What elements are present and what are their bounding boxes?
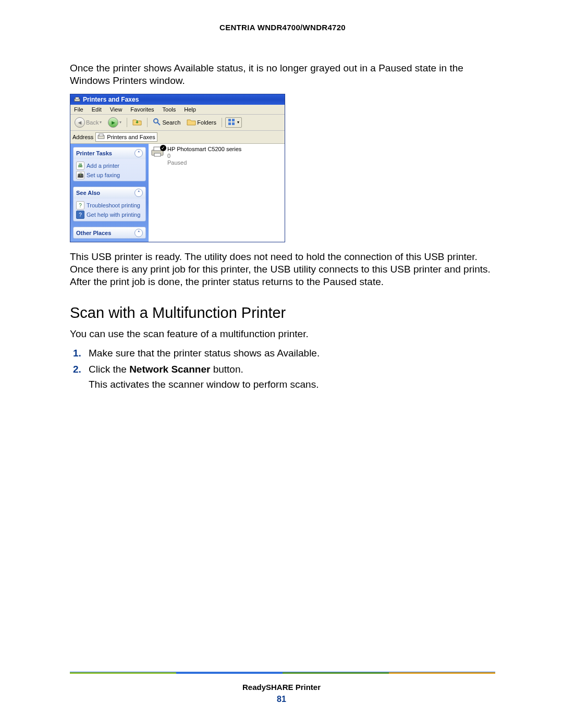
printer-item[interactable]: ✓ HP Photosmart C5200 series 0 Paused [151,146,283,167]
troubleshoot-link[interactable]: ? Troubleshoot printing [76,201,143,210]
troubleshoot-label: Troubleshoot printing [87,202,140,208]
up-button[interactable] [130,117,144,128]
side-panel-body-seealso: ? Troubleshoot printing ? Get help with … [74,199,145,221]
step-1-number: 1. [73,347,81,360]
xp-title-text: Printers and Faxes [83,96,139,103]
search-label: Search [162,119,180,126]
menu-view[interactable]: View [108,106,124,113]
footer-page-number: 81 [0,695,563,704]
expand-icon: ˄ [134,229,143,237]
svg-rect-4 [228,119,231,121]
menu-help[interactable]: Help [182,106,198,113]
side-panel-other-places: Other Places ˄ [73,227,146,239]
forward-icon: ► [108,117,118,128]
help-icon-2: ? [76,211,84,219]
toolbar-separator-2 [147,118,148,127]
printer-titlebar-icon [74,96,81,103]
step-1-text: Make sure that the printer status shows … [89,348,320,359]
back-button[interactable]: ◄ Back ▾ [72,116,104,129]
steps-list: 1. Make sure that the printer status sho… [70,347,495,376]
printer-tasks-head-label: Printer Tasks [76,150,112,156]
menu-file[interactable]: File [72,106,85,113]
set-faxing-link[interactable]: 📠 Set up faxing [76,170,143,180]
paragraph-intro: Once the printer shows Available status,… [70,62,495,88]
address-label: Address [72,134,93,140]
search-button[interactable]: Search [151,117,182,128]
toolbar-separator-3 [222,118,222,127]
step-2-pre: Click the [89,364,129,375]
footer-title: ReadySHARE Printer [0,683,563,692]
search-icon [153,118,161,127]
default-check-icon: ✓ [160,145,166,151]
side-panel-head-tasks[interactable]: Printer Tasks ˄ [74,147,145,159]
printer-status: Paused [167,159,241,166]
help-icon: ? [76,201,84,209]
fax-icon: 📠 [76,171,84,179]
footer-rule [70,672,495,674]
svg-rect-1 [76,97,79,99]
step-2-bold: Network Scanner [129,364,210,375]
printer-icon: ✓ [151,146,164,157]
step-1: 1. Make sure that the printer status sho… [70,347,495,360]
printer-name: HP Photosmart C5200 series [167,146,241,153]
folders-label: Folders [197,119,216,126]
add-printer-link[interactable]: 🖶 Add a printer [76,161,143,170]
folders-button[interactable]: Folders [185,117,218,128]
set-faxing-label: Set up faxing [87,172,120,178]
collapse-icon-2: ˄ [134,189,143,197]
side-panel-see-also: See Also ˄ ? Troubleshoot printing ? Get… [73,187,146,221]
folder-up-icon [132,118,142,127]
printer-queue: 0 [167,153,241,159]
gethelp-label: Get help with printing [87,212,140,218]
xp-addressbar: Address Printers and Faxes [70,131,285,144]
section-heading-scan: Scan with a Multifunction Printer [70,304,495,322]
back-label: Back [86,119,99,126]
side-panel-head-seealso[interactable]: See Also ˄ [74,187,145,199]
back-dropdown-icon: ▾ [100,120,102,125]
views-dropdown-icon: ▾ [237,120,239,125]
menu-edit[interactable]: Edit [90,106,103,113]
paragraph-usb-ready: This USB printer is ready. The utility d… [70,251,495,289]
step-2: 2. Click the Network Scanner button. [70,363,495,376]
address-input[interactable]: Printers and Faxes [95,132,157,142]
svg-rect-5 [232,119,235,121]
xp-window: Printers and Faxes File Edit View Favori… [70,94,285,242]
xp-titlebar: Printers and Faxes [70,94,285,105]
xp-menubar: File Edit View Favorites Tools Help [70,105,285,115]
svg-rect-12 [154,153,161,156]
address-icon [97,133,105,141]
views-button[interactable]: ▾ [225,117,242,128]
address-value: Printers and Faxes [107,134,155,140]
toolbar-separator [127,118,127,127]
folders-icon [187,118,196,127]
back-icon: ◄ [75,117,85,128]
step-2-number: 2. [73,363,81,376]
see-also-head-label: See Also [76,190,100,196]
paragraph-scan-intro: You can use the scan feature of a multif… [70,328,495,340]
forward-dropdown-icon: ▾ [119,120,121,125]
svg-rect-7 [232,122,235,125]
collapse-icon: ˄ [134,149,143,157]
svg-line-3 [157,122,160,125]
svg-rect-9 [99,134,103,136]
menu-tools[interactable]: Tools [161,106,178,113]
add-printer-icon: 🖶 [76,162,84,170]
printer-text: HP Photosmart C5200 series 0 Paused [167,146,241,167]
step-2-subtext: This activates the scanner window to per… [89,379,495,390]
page-header-title: CENTRIA WNDR4700/WNDR4720 [70,23,495,32]
side-panel-printer-tasks: Printer Tasks ˄ 🖶 Add a printer 📠 Set up… [73,147,146,182]
forward-button[interactable]: ► ▾ [106,116,124,129]
svg-rect-6 [228,122,231,125]
add-printer-label: Add a printer [87,163,119,169]
side-panel-body-tasks: 🖶 Add a printer 📠 Set up faxing [74,159,145,182]
side-panel-head-other[interactable]: Other Places ˄ [74,227,145,239]
gethelp-link[interactable]: ? Get help with printing [76,210,143,219]
step-2-post: button. [210,364,243,375]
xp-content-area: ✓ HP Photosmart C5200 series 0 Paused [149,144,285,242]
other-places-head-label: Other Places [76,230,111,236]
xp-body: Printer Tasks ˄ 🖶 Add a printer 📠 Set up… [70,144,285,242]
svg-point-2 [154,119,158,123]
menu-favorites[interactable]: Favorites [129,106,155,113]
footer: ReadySHARE Printer 81 [0,683,563,704]
xp-toolbar: ◄ Back ▾ ► ▾ Search [70,115,285,131]
